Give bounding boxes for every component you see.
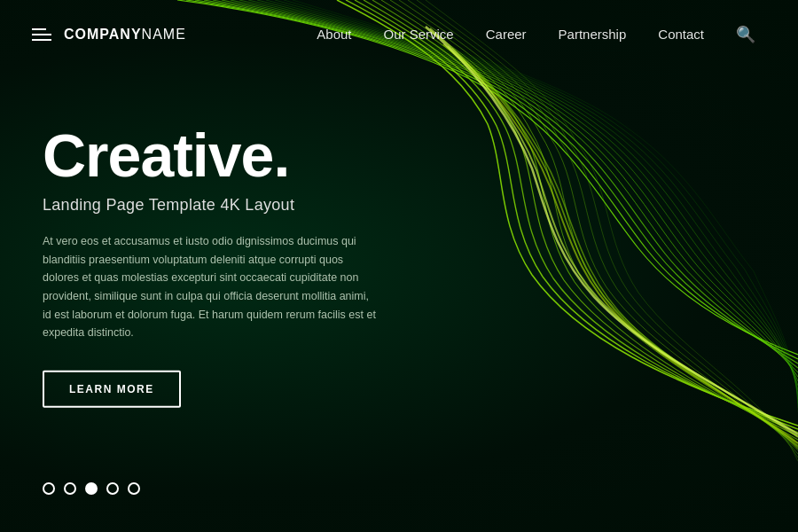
hero-subtitle: Landing Page Template 4K Layout: [43, 196, 379, 215]
nav-item-career[interactable]: Career: [486, 27, 527, 43]
carousel-dots: [43, 482, 140, 495]
nav-item-our-service[interactable]: Our Service: [384, 27, 454, 43]
nav-item-partnership[interactable]: Partnership: [559, 27, 627, 43]
nav-link-contact[interactable]: Contact: [658, 27, 704, 42]
hero-section: COMPANYNAME About Our Service Career Par…: [0, 0, 798, 532]
dot-4[interactable]: [106, 482, 119, 495]
nav-link-about[interactable]: About: [317, 27, 351, 42]
dot-3[interactable]: [85, 482, 98, 495]
navbar: COMPANYNAME About Our Service Career Par…: [0, 0, 798, 69]
learn-more-button[interactable]: LEARN MORE: [43, 370, 181, 407]
logo-area: COMPANYNAME: [32, 27, 186, 43]
nav-item-contact[interactable]: Contact: [658, 27, 704, 43]
nav-link-partnership[interactable]: Partnership: [559, 27, 627, 42]
nav-link-our-service[interactable]: Our Service: [384, 27, 454, 42]
hero-body: At vero eos et accusamus et iusto odio d…: [43, 232, 379, 342]
logo: COMPANYNAME: [64, 27, 186, 43]
nav-links: About Our Service Career Partnership Con…: [317, 25, 755, 44]
nav-link-career[interactable]: Career: [486, 27, 527, 42]
dot-1[interactable]: [43, 482, 55, 495]
hero-content: Creative. Landing Page Template 4K Layou…: [43, 125, 379, 408]
nav-item-about[interactable]: About: [317, 27, 351, 43]
hero-title: Creative.: [43, 125, 379, 185]
dot-5[interactable]: [128, 482, 140, 495]
search-icon-item[interactable]: 🔍: [736, 25, 755, 44]
dot-2[interactable]: [64, 482, 76, 495]
hamburger-menu[interactable]: [32, 28, 51, 41]
search-icon[interactable]: 🔍: [736, 26, 755, 43]
